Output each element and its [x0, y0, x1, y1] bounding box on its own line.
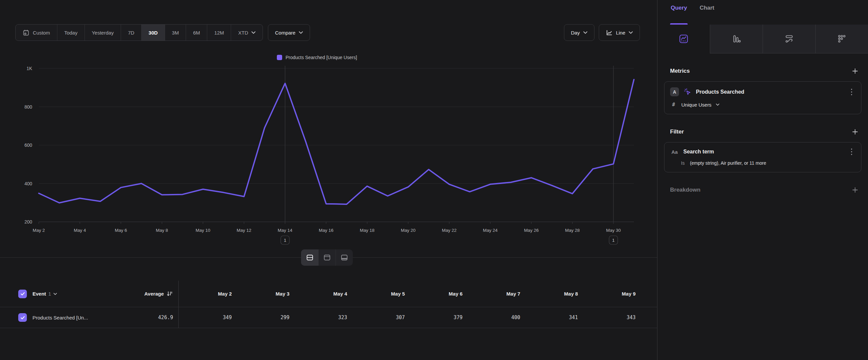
range-label: Today: [64, 30, 78, 35]
query-sidebar: Query Chart: [657, 0, 868, 360]
filter-title: Filter: [670, 129, 684, 135]
chart-type-tab-bar[interactable]: [710, 25, 763, 53]
event-header-cell: Event 1: [0, 289, 129, 298]
range-label: 7D: [128, 30, 134, 35]
date-value-cell: 323: [294, 314, 352, 321]
breakdown-title: Breakdown: [670, 187, 701, 193]
date-column-header[interactable]: May 9: [583, 291, 640, 297]
filter-menu-button[interactable]: [848, 148, 855, 156]
series-line[interactable]: [39, 80, 634, 204]
date-column-header[interactable]: May 3: [237, 291, 294, 297]
add-metric-button[interactable]: [851, 67, 859, 75]
bar-chart-icon: [732, 34, 741, 44]
chart-type-strip: [657, 25, 868, 53]
chevron-down-icon: [299, 31, 303, 34]
date-column-header[interactable]: May 8: [525, 291, 583, 297]
range-yesterday[interactable]: Yesterday: [85, 25, 121, 40]
main-area: CustomTodayYesterday7D30D3M6M12MXTD Comp…: [0, 0, 657, 360]
breakdown-section-header: Breakdown: [670, 186, 859, 194]
filter-card[interactable]: Aa Search term Is (empty string), Air pu…: [664, 142, 861, 172]
calendar-icon: [23, 29, 30, 36]
chevron-down-icon: [629, 31, 633, 34]
range-custom[interactable]: Custom: [16, 25, 57, 40]
x-axis-label: May 28: [565, 228, 580, 233]
tab-chart[interactable]: Chart: [700, 5, 714, 25]
table-only-view-icon: [340, 253, 348, 262]
date-column-header[interactable]: May 4: [294, 291, 352, 297]
date-value-cell: 341: [525, 314, 583, 321]
compare-label: Compare: [275, 30, 296, 35]
x-axis-label: May 16: [319, 228, 333, 233]
range-label: 12M: [214, 30, 224, 35]
metrics-section-header: Metrics: [670, 67, 859, 75]
select-all-checkbox[interactable]: [18, 289, 27, 298]
metric-menu-button[interactable]: [848, 88, 855, 95]
measure-type-icon: #: [672, 102, 677, 108]
chart-type-button[interactable]: Line: [599, 24, 640, 41]
range-label: XTD: [238, 30, 248, 35]
view-toggle-chart-only[interactable]: [318, 249, 336, 266]
date-column-header[interactable]: May 7: [467, 291, 525, 297]
y-axis-label: 600: [25, 142, 32, 148]
string-property-icon: Aa: [670, 149, 679, 155]
line-chart-area: 1K800600400200May 2May 4May 6May 8May 10…: [0, 47, 657, 262]
layout-view-toggle: [301, 249, 353, 266]
check-icon: [20, 291, 25, 296]
row-checkbox[interactable]: [18, 313, 27, 322]
add-breakdown-button[interactable]: [851, 186, 859, 194]
compare-button[interactable]: Compare: [268, 24, 310, 41]
y-axis-label: 800: [25, 104, 32, 110]
range-12m[interactable]: 12M: [207, 25, 231, 40]
date-value-cell: 379: [409, 314, 467, 321]
event-header[interactable]: Event 1: [32, 291, 57, 297]
event-header-label: Event: [32, 291, 46, 297]
chevron-down-icon: [583, 31, 588, 34]
range-3m[interactable]: 3M: [165, 25, 186, 40]
tab-query[interactable]: Query: [671, 5, 687, 25]
filter-section-header: Filter: [670, 128, 859, 136]
line-chart-icon: [606, 29, 613, 36]
chart-type-label: Line: [616, 30, 625, 35]
metric-measure-row[interactable]: # Unique Users: [672, 102, 855, 108]
x-axis-label: May 12: [237, 228, 251, 233]
filter-operator: Is: [681, 160, 685, 166]
chart-type-tab-insights-line[interactable]: [657, 25, 710, 53]
view-toggle-split[interactable]: [301, 249, 318, 266]
metric-card[interactable]: A Products Searched #: [664, 81, 861, 114]
x-axis-label: May 10: [196, 228, 210, 233]
range-label: 3M: [172, 30, 179, 35]
filter-condition-row[interactable]: Is (empty string), Air purifier, or 11 m…: [681, 160, 855, 166]
date-range-picker: CustomTodayYesterday7D30D3M6M12MXTD: [15, 24, 263, 41]
filter-property-name: Search term: [683, 149, 844, 155]
average-header-cell[interactable]: Average: [129, 290, 178, 297]
insights-line-icon: [679, 34, 689, 44]
range-label: 6M: [193, 30, 200, 35]
chart-type-tab-flows[interactable]: [763, 25, 815, 53]
range-today[interactable]: Today: [57, 25, 85, 40]
range-xtd[interactable]: XTD: [231, 25, 262, 40]
chevron-down-icon: [716, 103, 719, 106]
range-7d[interactable]: 7D: [121, 25, 141, 40]
measure-label: Unique Users: [681, 102, 712, 108]
range-label: Custom: [33, 30, 50, 35]
range-6m[interactable]: 6M: [186, 25, 207, 40]
range-30d[interactable]: 30D: [141, 25, 165, 40]
date-column-header[interactable]: May 2: [179, 291, 237, 297]
row-event-name[interactable]: Products Searched [Un...: [32, 315, 88, 321]
view-toggle-table-only[interactable]: [336, 249, 353, 266]
chart-options: Day Line: [564, 24, 640, 41]
chart-type-tab-retention[interactable]: [815, 25, 868, 53]
chart-toolbar: CustomTodayYesterday7D30D3M6M12MXTD Comp…: [15, 24, 640, 41]
add-filter-button[interactable]: [851, 128, 859, 136]
granularity-button[interactable]: Day: [564, 24, 594, 41]
kebab-menu-icon: [851, 148, 852, 156]
table-header-row: Event 1 Average May 2May 3May 4May 5May …: [0, 281, 657, 307]
date-column-header[interactable]: May 6: [409, 291, 467, 297]
range-label: Yesterday: [92, 30, 114, 35]
x-axis-label: May 6: [115, 228, 127, 233]
check-icon: [20, 315, 25, 320]
date-column-header[interactable]: May 5: [352, 291, 409, 297]
x-axis-label: May 14: [278, 228, 293, 233]
insights-report-app: CustomTodayYesterday7D30D3M6M12MXTD Comp…: [0, 0, 868, 360]
annotation-count: 1: [612, 238, 615, 243]
